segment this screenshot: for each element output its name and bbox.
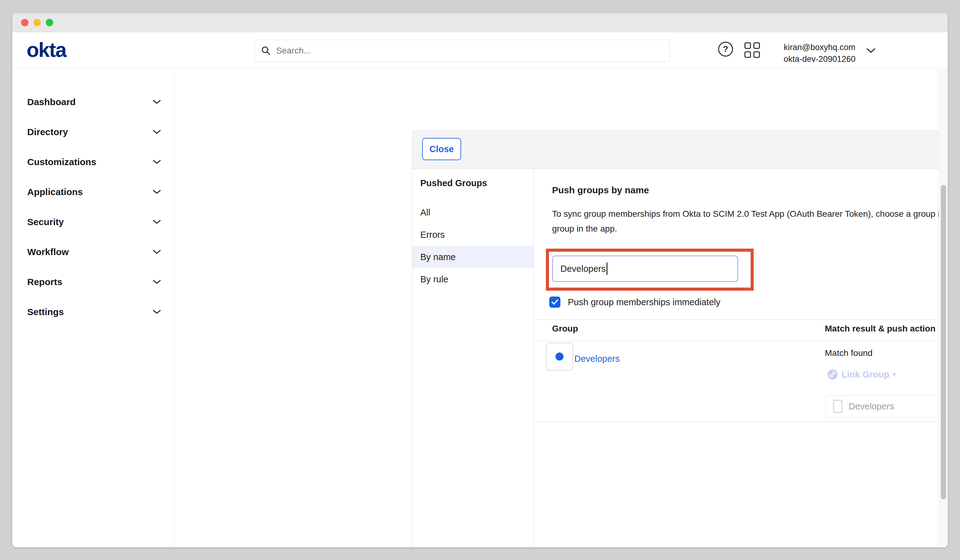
- chevron-down-icon: [153, 310, 161, 314]
- sidebar-item-label: Customizations: [27, 157, 96, 167]
- caret-down-icon: ▾: [893, 370, 896, 379]
- okta-logo: okta: [27, 39, 66, 61]
- sidebar-item-label: Reports: [27, 277, 62, 287]
- pushed-groups-nav: Pushed Groups All Errors By name By rule: [412, 169, 534, 547]
- sidebar-item-label: Workflow: [27, 247, 69, 257]
- divider: [534, 319, 948, 320]
- grid-square: [744, 51, 751, 58]
- tab-by-name[interactable]: By name: [412, 246, 534, 268]
- help-glyph: ?: [723, 44, 728, 54]
- chevron-down-icon: [153, 280, 161, 284]
- description-line: To sync group memberships from Okta to S…: [552, 206, 948, 221]
- link-group-label: Link Group: [842, 370, 890, 380]
- target-group-select[interactable]: Developers ▾: [826, 395, 948, 418]
- sidebar-item-security[interactable]: Security: [12, 207, 174, 237]
- window-titlebar: [12, 13, 948, 32]
- text-cursor: [606, 262, 607, 275]
- grid-square: [744, 42, 751, 49]
- sidebar-item-dashboard[interactable]: Dashboard: [12, 87, 174, 117]
- checkbox-label: Push group memberships immediately: [568, 297, 720, 307]
- group-name-link[interactable]: Developers: [574, 354, 620, 364]
- group-avatar: [546, 342, 573, 370]
- maximize-window-icon[interactable]: [46, 19, 53, 26]
- main-area: Close Pushed Groups All Errors By name B…: [175, 69, 948, 547]
- annotation-box-input: Developers: [546, 249, 754, 291]
- pushed-groups-title: Pushed Groups: [420, 178, 487, 188]
- sidebar: Dashboard Directory Customizations Appli…: [12, 69, 175, 547]
- by-name-content: Push groups by name To sync group member…: [534, 169, 948, 547]
- group-doc-icon: [833, 400, 842, 413]
- browser-window: okta ? kiran@boxyhq.com okta-dev-2090126…: [12, 13, 948, 547]
- description-line: group in the app.: [552, 221, 948, 236]
- sidebar-item-applications[interactable]: Applications: [12, 177, 174, 207]
- search-icon: [261, 46, 270, 55]
- checkmark-icon: [551, 299, 558, 305]
- close-button[interactable]: Close: [422, 138, 461, 160]
- group-input-value: Developers: [560, 264, 606, 274]
- user-menu[interactable]: kiran@boxyhq.com okta-dev-20901260: [770, 42, 869, 65]
- org-name: okta-dev-20901260: [770, 53, 869, 65]
- apps-grid-icon[interactable]: [744, 42, 760, 58]
- sidebar-item-label: Directory: [27, 127, 68, 137]
- close-window-icon[interactable]: [21, 19, 29, 26]
- grid-square: [754, 42, 760, 49]
- description: To sync group memberships from Okta to S…: [552, 206, 948, 236]
- tab-errors[interactable]: Errors: [412, 224, 534, 246]
- column-header-match: Match result & push action: [825, 324, 936, 334]
- sidebar-item-label: Security: [27, 217, 64, 227]
- group-name-input[interactable]: Developers: [552, 255, 738, 282]
- help-icon[interactable]: ?: [718, 42, 733, 57]
- panel-toolbar: Close: [412, 131, 948, 169]
- sidebar-item-label: Dashboard: [27, 97, 76, 107]
- push-immediately-checkbox[interactable]: [549, 296, 560, 308]
- scrollbar-track[interactable]: [939, 70, 948, 547]
- sidebar-item-settings[interactable]: Settings: [12, 297, 174, 327]
- match-status: Match found: [825, 348, 872, 358]
- chevron-down-icon: [153, 250, 161, 254]
- sidebar-item-workflow[interactable]: Workflow: [12, 237, 174, 267]
- user-email: kiran@boxyhq.com: [770, 42, 869, 53]
- sidebar-item-label: Applications: [27, 187, 83, 197]
- page-title: Push groups by name: [552, 185, 649, 195]
- grid-square: [754, 51, 760, 58]
- chevron-down-icon: [153, 130, 161, 134]
- push-groups-panel: Close Pushed Groups All Errors By name B…: [412, 130, 948, 547]
- link-group-button[interactable]: Link Group ▾: [827, 369, 896, 380]
- tab-by-rule[interactable]: By rule: [412, 268, 534, 290]
- search-input[interactable]: [275, 45, 663, 56]
- chevron-down-icon: [153, 220, 161, 224]
- chevron-down-icon[interactable]: [867, 48, 875, 53]
- link-icon: [827, 369, 838, 380]
- scrollbar-thumb[interactable]: [941, 185, 946, 499]
- divider: [534, 422, 948, 422]
- tab-all[interactable]: All: [412, 201, 534, 224]
- chevron-down-icon: [153, 160, 161, 164]
- column-header-group: Group: [552, 324, 578, 334]
- top-nav: okta ? kiran@boxyhq.com okta-dev-2090126…: [12, 32, 948, 69]
- chevron-down-icon: [153, 100, 161, 104]
- global-search[interactable]: [254, 40, 670, 62]
- sidebar-item-directory[interactable]: Directory: [12, 117, 174, 147]
- sidebar-item-reports[interactable]: Reports: [12, 267, 174, 297]
- minimize-window-icon[interactable]: [34, 19, 41, 26]
- sidebar-item-customizations[interactable]: Customizations: [12, 147, 174, 177]
- sidebar-item-label: Settings: [27, 307, 64, 317]
- chevron-down-icon: [153, 190, 161, 194]
- group-icon: [555, 352, 563, 360]
- target-group-value: Developers: [849, 402, 948, 411]
